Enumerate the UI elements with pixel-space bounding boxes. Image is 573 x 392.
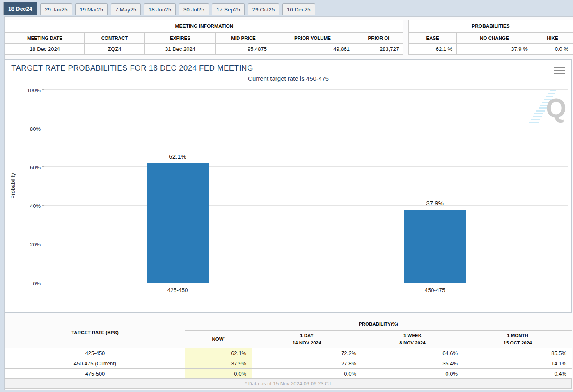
rate-425-450: 425-450	[5, 348, 185, 358]
probabilities-panel: PROBABILITIES EASE NO CHANGE HIKE 62.1 %…	[408, 20, 573, 55]
day-425-450: 72.2%	[252, 348, 362, 358]
col-expires: EXPIRES	[145, 33, 216, 44]
col-hike: HIKE	[532, 33, 573, 44]
week-450-475: 35.4%	[362, 358, 463, 369]
probabilities-title: PROBABILITIES	[409, 20, 573, 33]
y-tick-mark	[42, 205, 44, 206]
y-tick-label: 40%	[30, 203, 41, 209]
day-450-475: 27.8%	[252, 358, 362, 369]
y-gridline	[44, 128, 568, 128]
col-no-change: NO CHANGE	[457, 33, 532, 44]
tab-18-dec24[interactable]: 18 Dec24	[3, 2, 37, 15]
contract-value: ZQZ4	[85, 44, 145, 55]
no-change-value: 37.9 %	[457, 44, 532, 55]
tab-29-jan25[interactable]: 29 Jan25	[40, 3, 72, 15]
y-tick-mark	[42, 166, 44, 167]
tab-18-jun25[interactable]: 18 Jun25	[144, 3, 176, 15]
meeting-information-row: 18 Dec 2024 ZQZ4 31 Dec 2024 95.4875 49,…	[5, 44, 403, 55]
col-target-rate-bps: TARGET RATE (BPS)	[5, 317, 185, 348]
target-rate-probabilities-chart: TARGET RATE PROBABILITIES FOR 18 DEC 202…	[5, 59, 572, 313]
probability-bar-425-450[interactable]	[147, 163, 209, 283]
col-contract: CONTRACT	[85, 33, 145, 44]
tab-19-mar25[interactable]: 19 Mar25	[75, 3, 108, 15]
rate-475-500: 475-500	[5, 369, 185, 379]
col-prior-oi: PRIOR OI	[354, 33, 403, 44]
y-tick-mark	[42, 128, 44, 128]
mid-price-value: 95.4875	[216, 44, 271, 55]
prior-volume-value: 49,861	[271, 44, 354, 55]
meeting-date-tabs: 18 Dec24 29 Jan25 19 Mar25 7 May25 18 Ju…	[3, 2, 316, 16]
month-475-500: 0.4%	[463, 369, 572, 379]
meeting-information-title: MEETING INFORMATION	[5, 20, 403, 33]
tab-10-dec25[interactable]: 10 Dec25	[282, 3, 315, 15]
month-425-450: 85.5%	[463, 348, 572, 358]
col-meeting-date: MEETING DATE	[5, 33, 85, 44]
y-tick-mark	[42, 283, 44, 283]
chart-plot-area: 0%20%40%60%80%100%62.1%425-45037.9%450-4…	[44, 90, 568, 283]
col-mid-price: MID PRICE	[216, 33, 271, 44]
chart-title: TARGET RATE PROBABILITIES FOR 18 DEC 202…	[11, 64, 253, 73]
tab-30-jul25[interactable]: 30 Jul25	[179, 3, 209, 15]
chart-menu-icon[interactable]	[554, 67, 565, 75]
x-tick-label: 425-450	[167, 287, 188, 293]
tab-29-oct25[interactable]: 29 Oct25	[248, 3, 280, 15]
tab-17-sep25[interactable]: 17 Sep25	[212, 3, 245, 15]
now-450-475: 37.9%	[185, 358, 252, 369]
col-now: NOW*	[185, 331, 252, 348]
bar-value-label: 37.9%	[426, 200, 444, 207]
now-475-500: 0.0%	[185, 369, 252, 379]
y-gridline	[44, 89, 568, 90]
now-425-450: 62.1%	[185, 348, 252, 358]
rate-450-475: 450-475 (Current)	[5, 358, 185, 369]
ease-value: 62.1 %	[409, 44, 457, 55]
y-tick-mark	[42, 244, 44, 244]
y-tick-mark	[42, 89, 44, 90]
table-row: 450-475 (Current) 37.9% 27.8% 35.4% 14.1…	[5, 358, 572, 369]
x-tick-mark	[178, 283, 178, 285]
col-ease: EASE	[409, 33, 457, 44]
x-tick-mark	[435, 283, 435, 285]
probabilities-row: 62.1 % 37.9 % 0.0 %	[409, 44, 573, 55]
hike-value: 0.0 %	[532, 44, 573, 55]
probability-group-header: PROBABILITY(%)	[185, 317, 572, 331]
meeting-information-panel: MEETING INFORMATION MEETING DATE CONTRAC…	[5, 20, 403, 55]
meeting-information-table: MEETING INFORMATION MEETING DATE CONTRAC…	[5, 20, 403, 55]
meeting-date-value: 18 Dec 2024	[5, 44, 85, 55]
col-1-month: 1 MONTH15 OCT 2024	[463, 331, 572, 348]
table-row: 425-450 62.1% 72.2% 64.6% 85.5%	[5, 348, 572, 358]
y-gridline	[44, 244, 568, 244]
expires-value: 31 Dec 2024	[145, 44, 216, 55]
y-gridline	[44, 166, 568, 167]
prior-oi-value: 283,727	[354, 44, 403, 55]
data-as-of-footnote: * Data as of 15 Nov 2024 06:06:23 CT	[5, 379, 572, 389]
x-tick-label: 450-475	[425, 287, 445, 293]
bar-value-label: 62.1%	[169, 153, 186, 160]
tab-7-may25[interactable]: 7 May25	[111, 3, 141, 15]
probability-history-panel: TARGET RATE (BPS) PROBABILITY(%) NOW* 1 …	[5, 317, 572, 389]
y-tick-label: 20%	[30, 242, 41, 248]
y-tick-label: 80%	[30, 125, 41, 132]
col-prior-volume: PRIOR VOLUME	[271, 33, 354, 44]
week-475-500: 0.0%	[362, 369, 463, 379]
probability-history-table: TARGET RATE (BPS) PROBABILITY(%) NOW* 1 …	[5, 317, 572, 379]
col-1-week: 1 WEEK8 NOV 2024	[362, 331, 463, 348]
y-tick-label: 100%	[27, 87, 41, 93]
y-gridline	[44, 205, 568, 206]
week-425-450: 64.6%	[362, 348, 463, 358]
probability-bar-450-475[interactable]	[404, 210, 466, 283]
y-tick-label: 0%	[33, 280, 41, 286]
chart-subtitle: Current target rate is 450-475	[5, 75, 571, 82]
probabilities-table: PROBABILITIES EASE NO CHANGE HIKE 62.1 %…	[408, 20, 573, 55]
table-row: 475-500 0.0% 0.0% 0.0% 0.4%	[5, 369, 572, 379]
col-1-day: 1 DAY14 NOV 2024	[252, 331, 362, 348]
y-axis-title: Probability	[10, 164, 16, 209]
day-475-500: 0.0%	[252, 369, 362, 379]
month-450-475: 14.1%	[463, 358, 572, 369]
y-tick-label: 60%	[30, 164, 41, 170]
